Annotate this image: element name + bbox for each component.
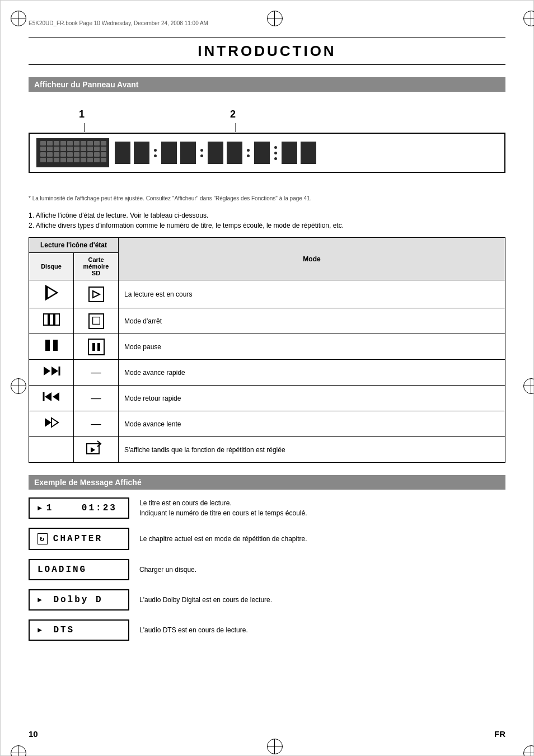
table-subheader-sd: Carte mémoire SD [74, 253, 119, 280]
icon-disque-slow [29, 411, 74, 437]
table-row: — Mode retour rapide [29, 386, 505, 411]
icon-sd-stop [74, 308, 119, 334]
display-segment-big [36, 138, 109, 167]
icon-sd-rw: — [74, 386, 119, 411]
display-example-5: ► DTS [29, 619, 129, 641]
display-example-2: ↻ CHAPTER [29, 528, 129, 550]
svg-marker-53 [44, 367, 50, 375]
svg-rect-11 [101, 141, 106, 145]
table-row: — Mode avance lente [29, 411, 505, 437]
svg-marker-54 [51, 367, 58, 375]
icon-disque-repeat [29, 437, 74, 463]
table-row: S'affiche tandis que la fonction de répé… [29, 437, 505, 463]
svg-rect-39 [87, 158, 93, 162]
section1-header: Afficheur du Panneau Avant [29, 77, 505, 92]
display-label-2: 2 [230, 109, 236, 120]
page-title: INTRODUCTION [29, 37, 505, 65]
svg-rect-48 [92, 317, 100, 325]
icon-disque-play [29, 280, 74, 308]
svg-rect-41 [101, 158, 106, 162]
icon-sd-ff: — [74, 360, 119, 386]
icon-sd-pause [74, 334, 119, 360]
table-row: — Mode avance rapide [29, 360, 505, 386]
repeat-icon-2: ↻ [38, 533, 48, 544]
svg-rect-8 [81, 141, 86, 145]
display-text-4: Dolby D [46, 595, 103, 605]
icon-disque-pause [29, 334, 74, 360]
icon-disque-ff [29, 360, 74, 386]
page-wrapper: E5K20UD_FR.book Page 10 Wednesday, Decem… [0, 0, 534, 756]
example-row-2: ↻ CHAPTER Le chapitre actuel est en mode… [29, 528, 505, 550]
svg-rect-17 [74, 147, 79, 151]
svg-rect-36 [67, 158, 73, 162]
svg-rect-37 [74, 158, 79, 162]
svg-rect-51 [92, 343, 95, 351]
svg-rect-50 [53, 340, 58, 351]
svg-rect-32 [40, 158, 46, 162]
svg-rect-4 [54, 141, 59, 145]
footer: 10 FR [29, 729, 505, 739]
display-text-3: LOADING [38, 565, 87, 575]
table-row: Mode d'arrêt [29, 308, 505, 334]
example-desc-5: L'audio DTS est en cours de lecture. [139, 625, 248, 635]
icon-disque-rw [29, 386, 74, 411]
table-subheader-disque: Disque [29, 253, 74, 280]
svg-rect-10 [94, 141, 100, 145]
example-desc-2: Le chapitre actuel est en mode de répéti… [139, 534, 307, 544]
svg-marker-58 [45, 392, 51, 401]
icon-disque-stop [29, 308, 74, 334]
mode-slow: Mode avance lente [119, 411, 505, 437]
instruction1: 1. Affiche l'icône d'état de lecture. Vo… [29, 212, 505, 219]
example-desc-4: L'audio Dolby Digital est en cours de le… [139, 595, 272, 605]
display-segment-right [115, 142, 498, 164]
mode-ff: Mode avance rapide [119, 360, 505, 386]
play-icon-1: ► [38, 504, 43, 513]
svg-rect-40 [94, 158, 100, 162]
svg-rect-13 [47, 147, 53, 151]
svg-rect-16 [67, 147, 73, 151]
svg-rect-26 [67, 152, 73, 157]
svg-rect-29 [87, 152, 93, 157]
svg-marker-57 [53, 392, 59, 401]
status-table: Lecture l'icône d'état Mode Disque Carte… [29, 237, 505, 463]
example-desc-3: Charger un disque. [139, 565, 196, 575]
svg-rect-33 [47, 158, 53, 162]
svg-rect-22 [40, 152, 46, 157]
examples-section: ► 1 01:23 Le titre est en cours de lectu… [29, 497, 505, 641]
svg-rect-14 [54, 147, 59, 151]
page-number: 10 [29, 729, 38, 739]
svg-rect-35 [60, 158, 66, 162]
svg-marker-63 [91, 447, 95, 453]
display-text-5: DTS [46, 625, 74, 635]
svg-rect-3 [47, 141, 53, 145]
display-text-1: 1 01:23 [46, 503, 117, 513]
svg-rect-34 [54, 158, 59, 162]
svg-rect-7 [74, 141, 79, 145]
svg-rect-18 [81, 147, 86, 151]
example-row-4: ► Dolby D L'audio Dolby Digital est en c… [29, 589, 505, 611]
footnote: * La luminosité de l'affichage peut être… [29, 195, 505, 201]
play-icon-4: ► [38, 596, 43, 604]
svg-rect-5 [60, 141, 66, 145]
svg-rect-46 [49, 314, 54, 325]
play-icon-5: ► [38, 626, 43, 635]
table-row: Mode pause [29, 334, 505, 360]
svg-marker-59 [45, 418, 51, 427]
svg-rect-28 [81, 152, 86, 157]
example-row-1: ► 1 01:23 Le titre est en cours de lectu… [29, 497, 505, 519]
instruction2: 2. Affiche divers types d'information co… [29, 222, 505, 229]
mode-rw: Mode retour rapide [119, 386, 505, 411]
mode-repeat: S'affiche tandis que la fonction de répé… [119, 437, 505, 463]
svg-rect-27 [74, 152, 79, 157]
example-desc-1: Le titre est en cours de lecture. Indiqu… [139, 498, 307, 518]
icon-sd-play [74, 280, 119, 308]
icon-sd-slow: — [74, 411, 119, 437]
display-example-1: ► 1 01:23 [29, 497, 129, 519]
mode-stop: Mode d'arrêt [119, 308, 505, 334]
svg-rect-9 [87, 141, 93, 145]
section2-header: Exemple de Message Affiché [29, 475, 505, 490]
svg-rect-20 [94, 147, 100, 151]
svg-rect-21 [101, 147, 106, 151]
display-text-2: CHAPTER [53, 534, 102, 544]
svg-rect-6 [67, 141, 73, 145]
